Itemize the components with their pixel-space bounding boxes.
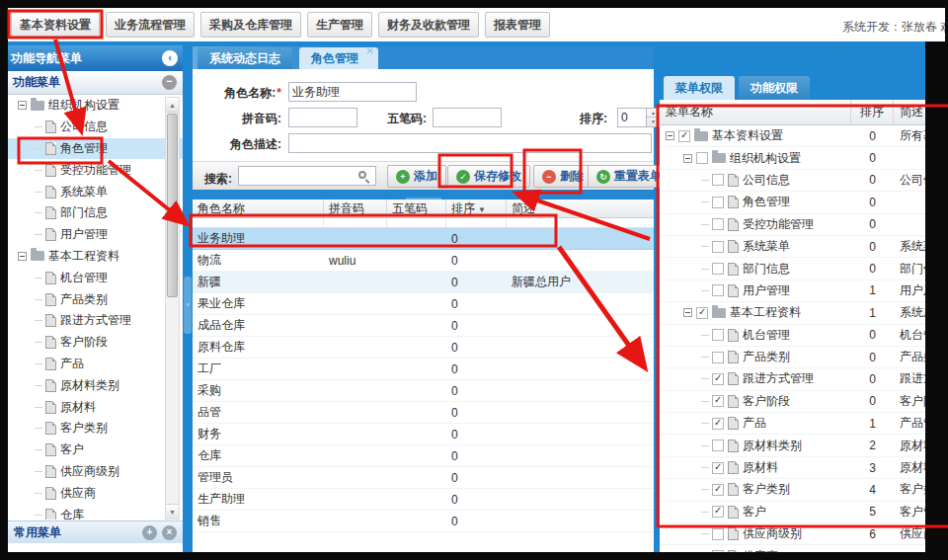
tab-function-permissions[interactable]: 功能权限 [739, 76, 810, 100]
permission-row[interactable]: 受控功能管理 0 [660, 214, 925, 236]
sidebar-tree-item[interactable]: 产品 [8, 354, 183, 375]
permission-checkbox[interactable] [712, 329, 724, 341]
sort-input[interactable] [617, 108, 647, 127]
top-menu-button[interactable]: 基本资料设置 [11, 12, 100, 38]
collapse-sidebar-icon[interactable]: ‹ [162, 50, 178, 66]
add-common-menu-icon[interactable]: + [142, 525, 157, 540]
role-row[interactable]: 品管 0 [193, 402, 654, 424]
column-header-desc[interactable]: 简述 [894, 100, 925, 124]
close-tab-icon[interactable]: ✕ [366, 45, 374, 57]
permission-checkbox[interactable] [712, 506, 724, 518]
permission-checkbox[interactable] [712, 284, 724, 296]
close-common-menu-icon[interactable]: × [162, 525, 177, 540]
permission-row[interactable]: 原材料 3 原材料 [660, 457, 925, 479]
sidebar-scrollbar[interactable]: ▲ ▼ [165, 97, 180, 520]
expand-toggle-icon[interactable] [683, 308, 692, 317]
sort-spinner[interactable]: ▲▼ [647, 108, 661, 127]
permission-row[interactable]: 供应商 [660, 545, 925, 552]
sidebar-tree-item[interactable]: 机台管理 [8, 267, 183, 288]
permission-row[interactable]: 客户阶段 0 客户阶 [660, 391, 925, 413]
role-row[interactable]: 原料仓库 0 [193, 337, 654, 359]
expand-toggle-icon[interactable] [683, 154, 692, 163]
permission-checkbox[interactable] [712, 462, 724, 474]
top-menu-button[interactable]: 业务流程管理 [106, 12, 195, 38]
top-menu-button[interactable]: 报表管理 [485, 12, 550, 38]
role-row[interactable]: 采购 0 [193, 380, 654, 402]
permission-checkbox[interactable] [712, 218, 724, 230]
pinyin-input[interactable] [288, 108, 357, 127]
permission-row[interactable]: 客户类别 4 客户类 [660, 479, 925, 501]
permission-checkbox[interactable] [712, 440, 724, 451]
column-header-sort[interactable]: 排序▼ [446, 200, 507, 217]
expand-toggle-icon[interactable] [18, 252, 27, 261]
permission-checkbox[interactable] [712, 418, 724, 430]
role-row[interactable]: 成品仓库 0 [193, 315, 654, 337]
sidebar-tree-item[interactable]: 组织机构设置 [8, 95, 183, 117]
sidebar-tree-item[interactable]: 跟进方式管理 [8, 310, 183, 332]
sidebar-tree-item[interactable]: 客户 [8, 440, 183, 461]
wubi-input[interactable] [433, 108, 502, 127]
sidebar-tree-item[interactable]: 用户管理 [8, 224, 183, 246]
role-row[interactable]: 生产助理 0 [193, 489, 654, 511]
permission-row[interactable]: 供应商级别 6 供应商 [660, 523, 925, 545]
role-name-input[interactable] [288, 82, 417, 102]
sidebar-tree-item[interactable]: 仓库 [8, 504, 183, 520]
permission-row[interactable]: 机台管理 0 机台管 [660, 325, 925, 347]
permission-checkbox[interactable] [712, 197, 724, 208]
role-row[interactable]: 新疆 0 新疆总用户 [193, 272, 654, 293]
column-header-pinyin[interactable]: 拼音码 [324, 200, 387, 217]
sidebar-tree-item[interactable]: 公司信息 [8, 117, 183, 138]
permission-checkbox[interactable] [696, 307, 708, 319]
role-row[interactable]: 物流 wuliu 0 [193, 250, 654, 272]
permission-checkbox[interactable] [712, 395, 724, 407]
permission-checkbox[interactable] [712, 484, 724, 496]
save-button[interactable]: ✓保存修改 [447, 165, 530, 188]
permission-checkbox[interactable] [712, 352, 724, 363]
permission-checkbox[interactable] [712, 528, 724, 540]
sidebar-tree-item[interactable]: 产品类别 [8, 288, 183, 310]
common-menu-bar[interactable]: 常用菜单 + × [8, 520, 183, 543]
role-row[interactable]: 管理员 0 [193, 467, 654, 489]
tab-role-management[interactable]: 角色管理 ✕ [299, 47, 378, 69]
sidebar-tree-item[interactable]: 基本工程资料 [8, 246, 183, 268]
sidebar-tree-item[interactable]: 供应商级别 [8, 461, 183, 483]
scroll-down-icon[interactable]: ▼ [166, 504, 179, 519]
sidebar-tree-item[interactable]: 受控功能管理 [8, 159, 183, 181]
column-header-wubi[interactable]: 五笔码 [387, 200, 446, 217]
delete-button[interactable]: −删除 [533, 165, 592, 188]
permission-row[interactable]: 角色管理 0 [660, 192, 925, 213]
scrollbar-thumb[interactable] [167, 114, 178, 297]
column-header-sort[interactable]: 排序 [851, 100, 894, 124]
sidebar-tree-item[interactable]: 系统菜单 [8, 181, 183, 202]
top-menu-button[interactable]: 财务及收款管理 [378, 12, 479, 38]
permission-checkbox[interactable] [678, 130, 690, 142]
permission-row[interactable]: 用户管理 1 用户及 [660, 280, 925, 302]
column-header-desc[interactable]: 简述 [507, 200, 654, 217]
permission-row[interactable]: 基本工程资料 1 系统用 [660, 302, 925, 324]
permission-checkbox[interactable] [712, 241, 724, 253]
top-menu-button[interactable]: 生产管理 [307, 12, 372, 38]
sidebar-tree-item[interactable]: 供应商 [8, 482, 183, 504]
role-row[interactable]: 仓库 0 [193, 445, 654, 467]
permission-row[interactable]: 组织机构设置 0 [660, 147, 925, 169]
sidebar-tree-item[interactable]: 客户类别 [8, 418, 183, 440]
function-menu-header[interactable]: 功能菜单 − [8, 71, 183, 95]
spin-up-icon[interactable]: ▲ [647, 109, 660, 118]
permission-checkbox[interactable] [712, 263, 724, 275]
reset-button[interactable]: ↻重置表单 [588, 165, 671, 188]
spin-down-icon[interactable]: ▼ [647, 118, 660, 126]
permission-checkbox[interactable] [712, 373, 724, 385]
role-row[interactable]: 业务助理 0 [193, 228, 654, 250]
search-input[interactable] [238, 166, 376, 186]
grid-filter-row[interactable] [193, 218, 654, 228]
add-button[interactable]: +添加 [387, 165, 446, 188]
permission-row[interactable]: 客户 5 客户管 [660, 502, 925, 523]
top-menu-button[interactable]: 采购及仓库管理 [200, 12, 301, 38]
sidebar-tree-item[interactable]: 角色管理 [8, 138, 183, 160]
scroll-up-icon[interactable]: ▲ [166, 98, 179, 113]
role-row[interactable]: 财务 0 [193, 424, 654, 445]
permission-row[interactable]: 部门信息 0 部门信 [660, 258, 925, 280]
permission-checkbox[interactable] [696, 152, 708, 164]
permission-row[interactable]: 公司信息 0 公司信 [660, 170, 925, 192]
role-row[interactable]: 果业仓库 0 [193, 293, 654, 315]
